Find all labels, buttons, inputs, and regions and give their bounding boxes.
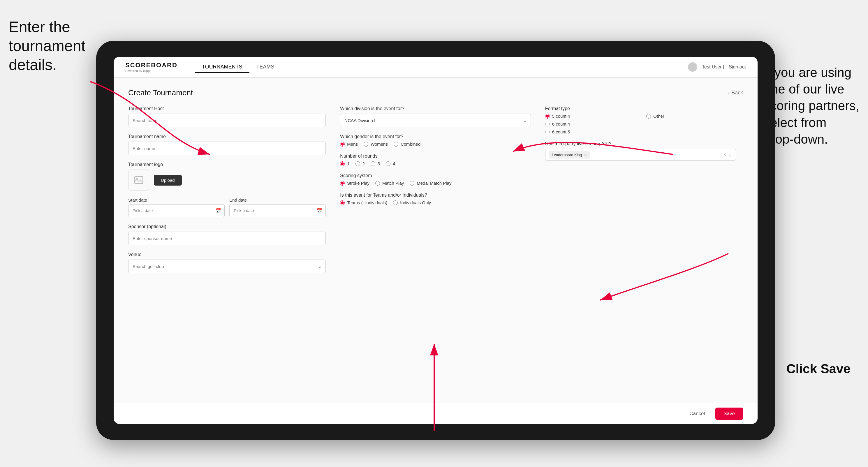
rounds-4-radio[interactable] <box>386 161 391 166</box>
tournament-name-group: Tournament name <box>128 134 326 155</box>
format-type-options: 5 count 4 Other 6 count 4 <box>545 114 736 134</box>
format-6count4[interactable]: 6 count 4 <box>545 122 635 126</box>
end-date-group: End date 📅 <box>229 197 326 217</box>
content-area: Create Tournament Back Tournament Host T… <box>114 78 757 403</box>
form-col-middle: Which division is the event for? NCAA Di… <box>333 106 538 280</box>
gender-label: Which gender is the event for? <box>340 134 531 139</box>
upload-button[interactable]: Upload <box>154 175 182 186</box>
gender-womens-radio[interactable] <box>364 142 368 147</box>
sponsor-input[interactable] <box>128 231 326 245</box>
scoring-match[interactable]: Match Play <box>375 181 404 186</box>
live-scoring-select[interactable]: Leaderboard King × × ⌄ <box>545 149 736 160</box>
division-select-wrapper: NCAA Division I <box>340 114 531 127</box>
sponsor-group: Sponsor (optional) <box>128 224 326 245</box>
form-col-left: Tournament Host Tournament name Tourname… <box>128 106 333 280</box>
tournament-host-input[interactable] <box>128 114 326 127</box>
rounds-3-radio[interactable] <box>371 161 375 166</box>
rounds-label: Number of rounds <box>340 154 531 159</box>
start-date-input[interactable] <box>128 204 225 217</box>
annotation-click-save: Click Save <box>786 361 850 377</box>
scoring-medal-match-label: Medal Match Play <box>417 181 451 186</box>
live-scoring-value: Leaderboard King <box>552 153 582 157</box>
rounds-2[interactable]: 2 <box>355 161 365 166</box>
rounds-3[interactable]: 3 <box>371 161 380 166</box>
live-scoring-clear-icon[interactable]: × <box>723 152 726 158</box>
venue-input[interactable] <box>128 259 326 273</box>
rounds-1-radio[interactable] <box>340 161 345 166</box>
sponsor-label: Sponsor (optional) <box>128 224 326 229</box>
date-row: Start date 📅 End date <box>128 197 326 217</box>
format-6count4-radio[interactable] <box>545 122 550 126</box>
scoring-stroke-label: Stroke Play <box>347 181 369 186</box>
teams-teams-radio[interactable] <box>340 200 345 205</box>
annotation-enter-tournament: Enter the tournament details. <box>9 18 85 74</box>
logo-placeholder <box>128 169 149 190</box>
tournament-logo-group: Tournament logo Upload <box>128 162 326 190</box>
format-5count4-radio[interactable] <box>545 114 550 119</box>
tournament-name-label: Tournament name <box>128 134 326 139</box>
page-header: Create Tournament Back <box>128 88 743 97</box>
gender-mens[interactable]: Mens <box>340 142 358 147</box>
live-scoring-tag: Leaderboard King × <box>549 151 590 158</box>
nav-links: TOURNAMENTS TEAMS <box>195 61 688 72</box>
save-button[interactable]: Save <box>715 408 743 420</box>
rounds-1-label: 1 <box>347 161 349 166</box>
calendar-icon: 📅 <box>215 208 221 214</box>
scoring-medal-match-radio[interactable] <box>410 181 414 186</box>
scoring-medal-match[interactable]: Medal Match Play <box>410 181 451 186</box>
rounds-4-label: 4 <box>393 161 395 166</box>
dates-group: Start date 📅 End date <box>128 197 326 217</box>
nav-teams[interactable]: TEAMS <box>249 61 281 73</box>
scoring-stroke[interactable]: Stroke Play <box>340 181 369 186</box>
tournament-host-label: Tournament Host <box>128 106 326 111</box>
teams-individuals[interactable]: Individuals Only <box>393 200 431 205</box>
live-scoring-chevron-icon[interactable]: ⌄ <box>728 152 732 158</box>
format-other[interactable]: Other <box>646 114 736 119</box>
start-date-group: Start date 📅 <box>128 197 225 217</box>
user-text: Test User | <box>702 64 724 70</box>
format-type-label: Format type <box>545 106 736 111</box>
rounds-4[interactable]: 4 <box>386 161 395 166</box>
scoring-match-label: Match Play <box>382 181 404 186</box>
gender-combined-radio[interactable] <box>394 142 398 147</box>
rounds-2-radio[interactable] <box>355 161 360 166</box>
calendar-icon-end: 📅 <box>316 208 322 214</box>
scoring-match-radio[interactable] <box>375 181 380 186</box>
scoring-group: Scoring system Stroke Play Match Play <box>340 173 531 186</box>
form-col-right: Format type 5 count 4 Other <box>538 106 743 280</box>
cancel-button[interactable]: Cancel <box>684 408 711 419</box>
tablet-frame: SCOREBOARD Powered by clippit TOURNAMENT… <box>96 41 775 440</box>
back-link[interactable]: Back <box>728 90 743 96</box>
venue-select-wrapper <box>128 259 326 273</box>
format-other-radio[interactable] <box>646 114 651 119</box>
gender-womens[interactable]: Womens <box>364 142 388 147</box>
format-6count5-radio[interactable] <box>545 130 550 134</box>
teams-individuals-radio[interactable] <box>393 200 398 205</box>
logo-upload-area: Upload <box>128 169 326 190</box>
teams-teams[interactable]: Teams (+Individuals) <box>340 200 387 205</box>
gender-combined[interactable]: Combined <box>394 142 421 147</box>
format-6count5[interactable]: 6 count 5 <box>545 129 635 134</box>
format-type-group: Format type 5 count 4 Other <box>545 106 736 134</box>
live-scoring-remove[interactable]: × <box>584 152 587 157</box>
end-date-input[interactable] <box>229 204 326 217</box>
scoring-stroke-radio[interactable] <box>340 181 345 186</box>
live-scoring-label: Use third-party live scoring API? <box>545 141 736 147</box>
teams-teams-label: Teams (+Individuals) <box>347 200 387 205</box>
venue-group: Venue <box>128 252 326 273</box>
rounds-1[interactable]: 1 <box>340 161 349 166</box>
start-date-label: Start date <box>128 197 225 203</box>
division-select[interactable]: NCAA Division I <box>340 114 531 127</box>
nav-tournaments[interactable]: TOURNAMENTS <box>195 61 249 73</box>
teams-label: Is this event for Teams and/or Individua… <box>340 193 531 198</box>
page-title: Create Tournament <box>128 88 193 97</box>
gender-mens-radio[interactable] <box>340 142 345 147</box>
format-5count4[interactable]: 5 count 4 <box>545 114 635 119</box>
format-6count4-label: 6 count 4 <box>552 122 570 126</box>
form-grid: Tournament Host Tournament name Tourname… <box>128 106 743 280</box>
tournament-name-input[interactable] <box>128 142 326 155</box>
nav-logo: SCOREBOARD Powered by clippit <box>125 61 178 72</box>
format-other-label: Other <box>653 114 664 119</box>
gender-womens-label: Womens <box>371 142 388 147</box>
signout-link[interactable]: Sign out <box>729 64 746 70</box>
